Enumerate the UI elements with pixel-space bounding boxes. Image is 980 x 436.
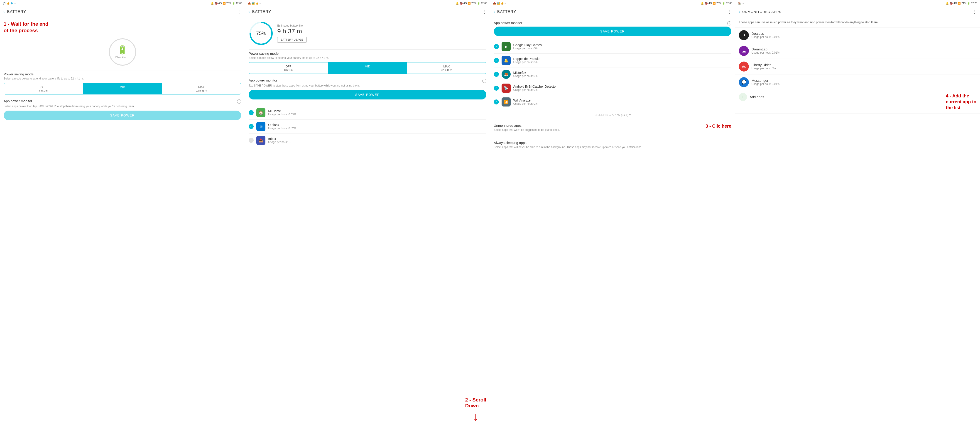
app-usage-mihome: Usage per hour: 0.03% (268, 113, 486, 116)
mode-off-time-2: 8 h 1 m (250, 69, 326, 71)
app-name-inbox: Inbox (268, 137, 486, 141)
panel-1: 🎵 👍 🐦 ··· 🔔 🔇 4G 📶 75% 🔋 12:03 ‹ BATTERY… (0, 0, 245, 436)
app-name-dreamlab: DreamLab (752, 47, 976, 51)
clic-annotation: 3 - Clic here (705, 123, 731, 129)
app-usage-imsi: Usage per hour: 0% (513, 88, 731, 91)
status-battery-info-3: 🔔 🔇 4G 📶 75% 🔋 12:03 (701, 2, 732, 5)
nav-title-3: BATTERY (497, 10, 727, 14)
battery-usage-btn[interactable]: BATTERY USAGE (277, 37, 307, 43)
app-usage-wifi: Usage per hour: 0% (513, 102, 731, 105)
app-info-mihome: Mi Home Usage per hour: 0.03% (268, 109, 486, 116)
mode-mid-1[interactable]: MID (83, 83, 162, 94)
nav-bar-1: ‹ BATTERY ⋮ (0, 6, 245, 17)
mode-mid-label-1: MID (84, 85, 161, 89)
power-mode-row-1: OFF 8 h 1 m MID MAX 22 h 41 m (4, 83, 241, 94)
app-usage-messenger: Usage per hour: 0.01% (752, 82, 976, 86)
app-info-outlook: Outlook Usage per hour: 0.02% (268, 123, 486, 130)
app-name-rappel: Rappel de Produits (513, 57, 731, 61)
nav-bar-3: ‹ BATTERY ⋮ (490, 6, 735, 17)
panel-3: 📥 🖼️ 👍 ··· 🔔 🔇 4G 📶 75% 🔋 12:03 ‹ BATTER… (490, 0, 735, 436)
status-bar-1: 🎵 👍 🐦 ··· 🔔 🔇 4G 📶 75% 🔋 12:03 (0, 0, 245, 6)
add-apps-row[interactable]: + Add apps 4 - Add the current app to th… (735, 90, 980, 113)
unmonitored-header-text: These apps can use as much power as they… (735, 17, 980, 27)
unmonitored-desc: Select apps that won't be suggested to b… (494, 128, 560, 131)
back-button-3[interactable]: ‹ (493, 9, 495, 15)
mode-off-time-1: 8 h 1 m (5, 89, 81, 92)
save-power-btn-2[interactable]: SAVE POWER (249, 90, 486, 99)
unmonitored-section[interactable]: Unmonitored apps Select apps that won't … (494, 121, 731, 134)
status-left-3: 📥 🖼️ 👍 ··· (493, 2, 507, 5)
check-googleplay: ✓ (494, 44, 499, 49)
save-power-btn-1[interactable]: SAVE POWER (4, 110, 241, 120)
power-saving-title-2: Power saving mode (249, 51, 486, 56)
status-right-3: 🔔 🔇 4G 📶 75% 🔋 12:03 (701, 2, 732, 5)
mode-max-1[interactable]: MAX 22 h 41 m (162, 83, 241, 94)
more-button-2[interactable]: ⋮ (482, 9, 487, 15)
app-icon-misterfox: 🦊 (501, 70, 511, 79)
status-bar-2: 📥 🖼️ 👍 ··· 🔔 🔇 4G 📶 75% 🔋 12:03 (245, 0, 490, 6)
always-sleeping-desc: Select apps that will never be able to r… (494, 145, 731, 149)
list-item: ☁ DreamLab Usage per hour: 0.01% (735, 43, 980, 59)
app-usage-dreamlab: Usage per hour: 0.01% (752, 51, 976, 54)
app-info-dealabs: Dealabs Usage per hour: 0.01% (752, 32, 976, 38)
app-power-title-1: App power monitor (4, 99, 32, 103)
info-icon-1[interactable]: i (237, 99, 241, 104)
app-icon-rappel: 🔔 (501, 56, 511, 65)
app-icon-dreamlab: ☁ (739, 46, 749, 56)
app-info-googleplay: Google Play Games Usage per hour: 0% (513, 43, 731, 50)
app-info-imsi: Android IMSI-Catcher Detector Usage per … (513, 85, 731, 91)
mode-max-time-1: 22 h 41 m (163, 89, 240, 92)
app-power-title-3: App power monitor (494, 21, 522, 25)
separator-3 (494, 38, 731, 38)
sleeping-apps-header: SLEEPING APPS (178) ▾ (494, 111, 731, 119)
list-item: ✓ 📡 Android IMSI-Catcher Detector Usage … (494, 81, 731, 95)
app-power-header-3: App power monitor i (494, 21, 731, 26)
app-icon-imsi: 📡 (501, 83, 511, 93)
list-item: ✓ 📶 Wifi Analyzer Usage per hour: 0% (494, 95, 731, 109)
nav-bar-4: ‹ UNMONITORED APPS ⋮ (735, 6, 980, 17)
list-item: ✓ ▶ Google Play Games Usage per hour: 0% (494, 40, 731, 54)
more-button-3[interactable]: ⋮ (727, 9, 732, 15)
back-button-1[interactable]: ‹ (3, 9, 5, 15)
status-left-icons-2: 📥 🖼️ 👍 ··· (248, 2, 261, 5)
mode-off-2[interactable]: OFF 8 h 1 m (249, 62, 328, 73)
app-icon-wifi: 📶 (501, 97, 511, 107)
divider-1 (4, 70, 241, 70)
nav-bar-2: ‹ BATTERY ⋮ (245, 6, 490, 17)
app-name-googleplay: Google Play Games (513, 43, 731, 47)
check-wifi: ✓ (494, 99, 499, 104)
battery-icon: 🔋 (117, 45, 127, 55)
more-button-1[interactable]: ⋮ (237, 9, 242, 15)
always-sleeping-title: Always sleeping apps (494, 141, 731, 145)
back-button-4[interactable]: ‹ (738, 9, 740, 15)
app-power-desc-2: Tap SAVE POWER to stop these apps from u… (249, 84, 486, 87)
status-left-4: 🏠 ··· (738, 2, 744, 5)
unmonitored-app-list: D Dealabs Usage per hour: 0.01% ☁ DreamL… (735, 27, 980, 90)
status-right-2: 🔔 🔇 4G 📶 75% 🔋 12:03 (456, 2, 487, 5)
status-icons-left: 🎵 👍 🐦 ··· (3, 2, 16, 5)
save-power-btn-3[interactable]: SAVE POWER (494, 27, 731, 36)
more-button-4[interactable]: ⋮ (972, 9, 977, 15)
app-power-header-2: App power monitor i (249, 78, 486, 83)
list-item: D Dealabs Usage per hour: 0.01% (735, 27, 980, 43)
power-mode-row-2: OFF 8 h 1 m MID MAX 22 h 41 m (249, 62, 486, 74)
battery-info-row: 75% Estimated battery life 9 h 37 m BATT… (249, 21, 486, 46)
info-icon-2[interactable]: i (482, 79, 486, 83)
panel-3-content: App power monitor i SAVE POWER ✓ ▶ Googl… (490, 17, 735, 436)
status-bar-4: 🏠 ··· 🔔 🔇 4G 📶 71% 🔋 12:20 (735, 0, 980, 6)
mode-max-2[interactable]: MAX 22 h 41 m (407, 62, 486, 73)
app-usage-misterfox: Usage per hour: 0% (513, 75, 731, 78)
app-name-messenger: Messenger (752, 78, 976, 82)
back-button-2[interactable]: ‹ (248, 9, 250, 15)
add-apps-label: Add apps (750, 95, 764, 99)
app-usage-rappel: Usage per hour: 0% (513, 61, 731, 64)
list-item: 💬 Messenger Usage per hour: 0.01% (735, 75, 980, 90)
always-sleeping-section[interactable]: Always sleeping apps Select apps that wi… (494, 138, 731, 152)
mode-mid-2[interactable]: MID (328, 62, 407, 73)
info-icon-3[interactable]: i (727, 21, 731, 26)
status-left-icons-4: 🏠 ··· (738, 2, 744, 5)
app-name-liberty: Liberty Rider (752, 63, 976, 67)
app-usage-outlook: Usage per hour: 0.02% (268, 127, 486, 130)
unmonitored-content: Unmonitored apps Select apps that won't … (494, 123, 560, 131)
mode-off-1[interactable]: OFF 8 h 1 m (4, 83, 83, 94)
